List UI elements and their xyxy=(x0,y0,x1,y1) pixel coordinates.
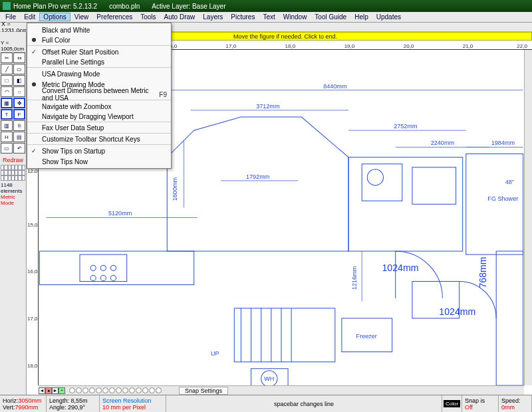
status-vert-label: Vert: xyxy=(3,404,15,411)
menu-bar: File Edit Options View Preferences Tools… xyxy=(0,12,532,23)
svg-text:5120mm: 5120mm xyxy=(108,210,132,217)
menu-options[interactable]: Options xyxy=(39,13,70,21)
color-swatch-button[interactable]: Color xyxy=(444,400,460,407)
snap-dots[interactable] xyxy=(69,387,162,393)
tool-dim-icon[interactable]: ⇔ xyxy=(13,52,25,63)
metric-mode-label: Metric Mode xyxy=(1,194,25,206)
status-res-label: Screen Resolution xyxy=(102,397,163,404)
svg-point-23 xyxy=(100,265,106,270)
tool-undo-icon[interactable]: ↶ xyxy=(13,143,25,154)
tool-text-icon[interactable]: T xyxy=(1,109,13,120)
menu-layers[interactable]: Layers xyxy=(199,13,227,21)
tool-line-icon[interactable]: ╱ xyxy=(1,64,13,74)
tool-figs-icon[interactable]: ▤ xyxy=(13,132,25,142)
dd-show-tips-now[interactable]: Show Tips Now xyxy=(27,156,171,167)
menu-window[interactable]: Window xyxy=(279,13,311,21)
svg-point-25 xyxy=(90,275,96,280)
svg-text:UP: UP xyxy=(211,350,219,357)
svg-point-24 xyxy=(110,265,116,270)
line-swatch[interactable] xyxy=(1,165,25,181)
dd-offset-ruler[interactable]: ✓Offset Ruler Start Position xyxy=(27,47,171,57)
svg-text:8440mm: 8440mm xyxy=(323,83,346,90)
svg-rect-21 xyxy=(80,255,127,281)
tool-select-icon[interactable]: ▦ xyxy=(1,98,13,108)
dd-usa-mode[interactable]: USA Drawing Mode xyxy=(27,68,171,79)
dd-convert[interactable]: Convert Dimensions between Metric and US… xyxy=(27,90,171,100)
menu-updates[interactable]: Updates xyxy=(372,13,405,21)
tool-arc-icon[interactable]: ◠ xyxy=(1,86,13,97)
ruler-tick: 20,0 xyxy=(404,43,414,49)
dd-parallel-line[interactable]: Parallel Line Settings xyxy=(27,57,171,68)
tool-scissors-icon[interactable]: ✂ xyxy=(1,52,13,63)
status-hint: spacebar changes line xyxy=(274,401,334,407)
tool-clone-icon[interactable]: ⎘ xyxy=(13,120,25,131)
status-bar: Horiz:3050mm Vert:7990mm Length: 8,55m A… xyxy=(0,395,532,412)
dd-show-tips-startup[interactable]: ✓Show Tips on Startup xyxy=(27,146,171,156)
tool-box-icon[interactable]: □ xyxy=(1,75,13,86)
status-vert-value: 7990mm xyxy=(15,404,39,411)
dd-fax[interactable]: Fax User Data Setup xyxy=(27,123,171,134)
status-length-value: 8,55m xyxy=(71,397,88,404)
menu-text[interactable]: Text xyxy=(259,13,279,21)
svg-point-22 xyxy=(90,265,96,270)
ruler-tick: 17,0 xyxy=(226,43,237,49)
tool-hide-icon[interactable]: H xyxy=(1,132,13,142)
tool-rect-icon[interactable]: ▭ xyxy=(13,64,25,74)
ruler-tick: 16,0 xyxy=(27,268,38,274)
tool-shape-icon[interactable]: ◧ xyxy=(13,75,25,86)
svg-text:FG Shower: FG Shower xyxy=(487,195,518,202)
svg-text:3712mm: 3712mm xyxy=(256,103,279,110)
ruler-tick: 17,0 xyxy=(27,316,38,322)
ruler-tick: 22,0 xyxy=(517,43,527,49)
dd-black-white[interactable]: Black and White xyxy=(27,25,171,35)
scrollbar-vertical[interactable] xyxy=(524,50,532,385)
svg-point-29 xyxy=(367,169,383,185)
menu-edit[interactable]: Edit xyxy=(20,13,39,21)
scroll-right-icon[interactable]: ► xyxy=(52,387,59,394)
scroll-left-icon[interactable]: ◄ xyxy=(39,387,45,394)
svg-rect-30 xyxy=(412,167,456,205)
snap-settings-button[interactable]: Snap Settings xyxy=(179,387,228,395)
tool-circle-icon[interactable]: ○ xyxy=(13,86,25,97)
status-horiz-label: Horiz: xyxy=(3,397,19,404)
bottom-strip: ◄ ● ► + Snap Settings xyxy=(39,385,524,395)
app-icon xyxy=(3,2,11,10)
dd-nav-zoombox[interactable]: Navigate with Zoombox xyxy=(27,101,171,112)
redraw-button[interactable]: Redraw xyxy=(1,157,25,163)
app-title: Home Plan Pro ver: 5.2.13.2 xyxy=(13,3,97,10)
menu-autodraw[interactable]: Auto Draw xyxy=(160,13,200,21)
dd-customize-toolbar[interactable]: Customize Toolbar Shortcut Keys xyxy=(27,134,171,145)
scroll-plus-icon[interactable]: + xyxy=(59,387,65,394)
active-layer: Base Layer xyxy=(192,3,226,10)
dd-nav-drag[interactable]: Navigate by Dragging Viewport xyxy=(27,112,171,122)
menu-file[interactable]: File xyxy=(1,13,20,21)
ruler-tick: 15,0 xyxy=(27,221,38,227)
menu-pictures[interactable]: Pictures xyxy=(227,13,259,21)
tool-hatch-icon[interactable]: ▥ xyxy=(1,120,13,131)
svg-text:2240mm: 2240mm xyxy=(431,140,454,146)
scroll-stop-icon[interactable]: ● xyxy=(45,387,52,394)
svg-text:1984mm: 1984mm xyxy=(491,140,515,146)
dd-full-color[interactable]: Full Color xyxy=(27,35,171,46)
svg-rect-19 xyxy=(466,154,523,255)
svg-text:Freezer: Freezer xyxy=(356,333,377,340)
tool-layer-icon[interactable]: ▭ xyxy=(1,143,13,154)
speed-label: Speed: xyxy=(501,397,529,404)
menu-toolguide[interactable]: Tool Guide xyxy=(311,13,350,21)
ruler-tick: 19,0 xyxy=(344,43,355,49)
status-res-value: 10 mm per Pixel xyxy=(102,404,163,411)
menu-view[interactable]: View xyxy=(70,13,93,21)
menu-tools[interactable]: Tools xyxy=(136,13,160,21)
svg-point-27 xyxy=(110,275,116,280)
ruler-tick: 18,0 xyxy=(285,43,296,49)
file-name: combo.pln xyxy=(109,3,140,10)
svg-text:1792mm: 1792mm xyxy=(246,173,269,180)
svg-text:1024mm: 1024mm xyxy=(382,262,418,273)
tool-move-icon[interactable]: ✥ xyxy=(13,98,25,108)
ruler-tick: 18,0 xyxy=(27,362,38,368)
menu-help[interactable]: Help xyxy=(350,13,372,21)
tool-fast-icon[interactable]: F xyxy=(13,109,25,120)
element-count: 1148 elements xyxy=(1,182,25,194)
menu-preferences[interactable]: Preferences xyxy=(92,13,136,21)
svg-rect-39 xyxy=(234,308,335,362)
